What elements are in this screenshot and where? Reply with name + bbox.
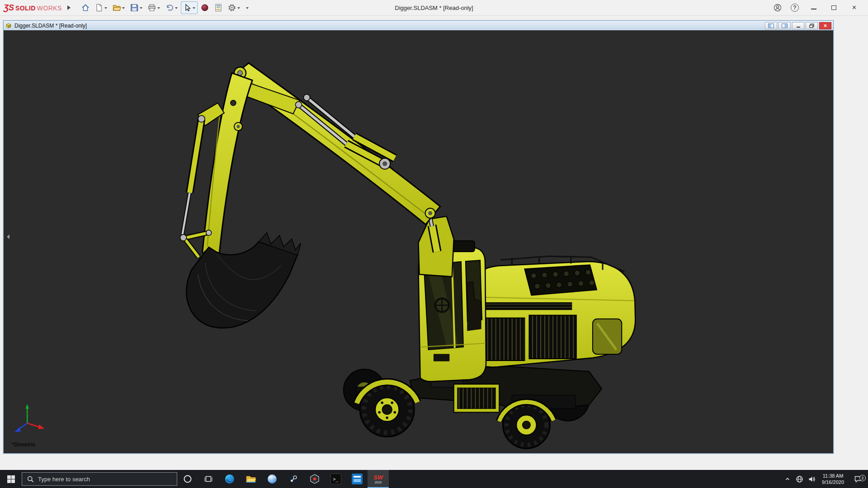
file-explorer-icon: [245, 474, 256, 484]
options-gear-icon: [227, 3, 236, 12]
file-properties-icon: [214, 3, 223, 12]
taskbar-clock[interactable]: 11:38 AM 9/16/2020: [818, 473, 848, 485]
panel-expander-icon[interactable]: [5, 235, 9, 239]
cortana-button[interactable]: [177, 470, 198, 488]
print-dropdown-icon[interactable]: [157, 7, 160, 10]
solidworks-2020-icon: SW 2020: [373, 474, 383, 484]
pane-view-1-icon: [768, 23, 774, 28]
open-icon: [112, 3, 121, 12]
doc-minimize-button[interactable]: [792, 22, 804, 29]
open-button[interactable]: [110, 1, 127, 14]
select-tool-button[interactable]: [181, 1, 198, 14]
hexagon-app-icon: [309, 474, 320, 484]
file-properties-button[interactable]: [212, 1, 225, 14]
taskbar-icon-hexagon-app[interactable]: [304, 470, 325, 488]
windows-logo-icon: [7, 475, 15, 483]
open-dropdown-icon[interactable]: [122, 7, 125, 10]
select-cursor-icon: [183, 3, 192, 12]
browser-icon: [267, 474, 278, 484]
pane-view-2-icon: [782, 23, 788, 28]
clock-time: 11:38 AM: [823, 473, 844, 479]
minimize-icon: [811, 9, 816, 9]
save-dropdown-icon[interactable]: [140, 7, 142, 10]
quick-access-toolbar: [79, 1, 251, 14]
maximize-icon: [831, 5, 836, 10]
taskbar-icon-edge[interactable]: [219, 470, 240, 488]
new-document-icon: [94, 3, 104, 12]
app-titlebar: ƷS SOLID WORKS: [0, 0, 868, 16]
new-document-button[interactable]: [93, 1, 109, 14]
document-window: Digger.SLDASM * [Read-only] ×: [3, 20, 834, 454]
print-icon: [147, 3, 156, 12]
chevron-up-icon: [784, 476, 791, 482]
titlebar-controls: ? ×: [769, 0, 864, 16]
volume-icon: [808, 475, 816, 483]
solidworks-logo: ƷS SOLID WORKS: [4, 3, 62, 13]
system-tray: 11:38 AM 9/16/2020 2: [781, 470, 868, 488]
select-dropdown-icon[interactable]: [193, 7, 195, 10]
print-button[interactable]: [146, 1, 162, 14]
volume-button[interactable]: [806, 475, 818, 483]
help-button[interactable]: ?: [786, 0, 803, 16]
undo-dropdown-icon[interactable]: [175, 7, 178, 10]
taskbar-icon-steam[interactable]: [283, 470, 304, 488]
view-orientation-label: *Dimetric: [12, 441, 36, 448]
task-view-button[interactable]: [198, 470, 219, 488]
home-icon: [81, 3, 90, 12]
edge-icon: [224, 474, 235, 484]
taskbar-search-box[interactable]: Type here to search: [22, 472, 177, 486]
network-button[interactable]: [793, 475, 806, 483]
doc-restore-button[interactable]: [806, 22, 818, 29]
undo-button[interactable]: [163, 1, 180, 14]
account-icon: [773, 3, 782, 12]
clock-date: 9/16/2020: [822, 479, 844, 485]
taskbar: Type here to search: [0, 470, 868, 488]
undo-icon: [165, 3, 174, 12]
graphics-area[interactable]: *Dimetric: [4, 30, 833, 453]
rebuild-icon: [200, 3, 209, 12]
rebuild-button[interactable]: [198, 1, 211, 14]
taskbar-icon-file-explorer[interactable]: [240, 470, 261, 488]
search-placeholder-text: Type here to search: [38, 476, 90, 483]
save-icon: [130, 3, 139, 12]
toolbar-flyout-icon: [246, 7, 249, 10]
taskbar-icon-terminal[interactable]: >_: [325, 470, 346, 488]
hidden-icons-button[interactable]: [781, 476, 793, 482]
start-button[interactable]: [0, 470, 22, 488]
document-titlebar: Digger.SLDASM * [Read-only] ×: [4, 21, 833, 30]
account-button[interactable]: [769, 0, 786, 16]
options-dropdown-icon[interactable]: [237, 7, 240, 10]
taskbar-icon-window-app[interactable]: [346, 470, 368, 488]
app-close-button[interactable]: ×: [844, 0, 864, 16]
workspace: Digger.SLDASM * [Read-only] ×: [0, 16, 868, 470]
document-window-controls: ×: [765, 22, 831, 29]
help-icon: ?: [791, 4, 799, 12]
screen: ƷS SOLID WORKS: [0, 0, 868, 488]
3ds-logo-mark: ƷS: [4, 3, 14, 13]
options-button[interactable]: [226, 1, 242, 14]
app-minimize-button[interactable]: [803, 0, 824, 16]
doc-close-button[interactable]: ×: [819, 22, 831, 29]
app-window-title: Digger.SLDASM * [Read-only]: [395, 5, 473, 11]
action-center-button[interactable]: 2: [848, 475, 868, 483]
search-icon: [27, 476, 34, 483]
terminal-icon: >_: [330, 474, 341, 484]
doc-minimize-icon: [796, 23, 801, 28]
save-button[interactable]: [128, 1, 145, 14]
taskbar-icon-browser[interactable]: [261, 470, 283, 488]
doc-restore-icon: [809, 23, 814, 28]
excavator-model: [4, 30, 833, 453]
app-maximize-button[interactable]: [824, 0, 844, 16]
assembly-document-icon: [5, 23, 12, 28]
cortana-icon: [183, 474, 192, 483]
new-dropdown-icon[interactable]: [104, 7, 107, 10]
network-globe-icon: [796, 475, 803, 483]
document-title: Digger.SLDASM * [Read-only]: [14, 23, 87, 29]
pane-view-button-1[interactable]: [765, 22, 777, 29]
menu-expand-arrow-icon[interactable]: [67, 5, 73, 10]
toolbar-flyout-button[interactable]: [243, 1, 251, 14]
home-button[interactable]: [79, 1, 92, 14]
pane-view-button-2[interactable]: [778, 22, 791, 29]
notification-badge: 2: [859, 475, 866, 481]
taskbar-icon-solidworks-2020[interactable]: SW 2020: [368, 470, 389, 488]
